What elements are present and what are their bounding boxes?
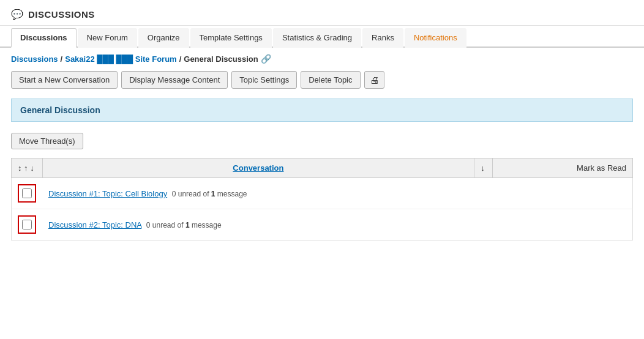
unread-text-1: 0 unread of 1 message [172,190,247,198]
printer-icon: 🖨 [370,75,379,85]
thread-link-2[interactable]: Discussion #2: Topic: DNA [48,220,141,229]
breadcrumb-sep2: / [179,54,182,64]
delete-topic-button[interactable]: Delete Topic [301,71,360,89]
col-sort2[interactable]: ↓ [474,158,493,178]
breadcrumb: Discussions / Sakai22 ███ ███ Site Forum… [0,48,644,67]
breadcrumb-sep1: / [61,54,63,64]
checkbox-cell-1 [12,178,43,209]
page-header: 💬 DISCUSSIONS [0,0,644,26]
discussions-icon: 💬 [11,9,23,20]
topic-settings-button[interactable]: Topic Settings [231,71,297,89]
tab-organize[interactable]: Organize [138,28,189,48]
mark-read-cell-2 [493,209,633,240]
tab-discussions[interactable]: Discussions [11,28,77,48]
breadcrumb-link-icon: 🔗 [261,54,271,64]
move-thread-area: Move Thread(s) [0,128,644,154]
tab-notifications[interactable]: Notifications [405,28,466,48]
tab-ranks[interactable]: Ranks [362,28,403,48]
mark-read-cell-1 [493,178,633,209]
unread-count-1: 1 [211,190,215,198]
sort-arrow-down: ↓ [481,163,485,173]
thread-cell-2: Discussion #2: Topic: DNA 0 unread of 1 … [42,209,493,240]
unread-count-2: 1 [185,221,190,229]
col-mark-read: Mark as Read [493,158,633,178]
thread-link-1[interactable]: Discussion #1: Topic: Cell Biology [48,189,167,198]
table-row: Discussion #1: Topic: Cell Biology 0 unr… [12,178,633,209]
start-new-conversation-button[interactable]: Start a New Conversation [11,71,118,89]
unread-text-2: 0 unread of 1 message [146,221,222,229]
table-row: Discussion #2: Topic: DNA 0 unread of 1 … [12,209,633,240]
col-sort-icons: ↕ ↑ ↓ [12,158,43,178]
checkbox-wrapper-2 [18,215,36,234]
thread-checkbox-1[interactable] [22,188,32,198]
page-title: DISCUSSIONS [28,9,95,20]
tab-new-forum[interactable]: New Forum [78,28,137,48]
topic-panel-title: General Discussion [12,99,632,121]
col-conversation[interactable]: Conversation [42,158,474,178]
breadcrumb-site-forum[interactable]: Sakai22 ███ ███ Site Forum [65,54,176,64]
tab-statistics-grading[interactable]: Statistics & Grading [273,28,361,48]
tabs-bar: Discussions New Forum Organize Template … [0,28,644,48]
thread-cell-1: Discussion #1: Topic: Cell Biology 0 unr… [42,178,493,209]
move-thread-button[interactable]: Move Thread(s) [11,133,83,149]
breadcrumb-current: General Discussion [184,54,258,64]
tab-template-settings[interactable]: Template Settings [190,28,272,48]
thread-table: ↕ ↑ ↓ Conversation ↓ Mark as Read Discus… [11,158,633,240]
topic-panel: General Discussion [11,99,633,122]
display-message-content-button[interactable]: Display Message Content [121,71,228,89]
action-buttons-bar: Start a New Conversation Display Message… [0,67,644,95]
checkbox-cell-2 [12,209,43,240]
breadcrumb-discussions[interactable]: Discussions [11,54,58,64]
thread-checkbox-2[interactable] [22,220,32,229]
sort-arrows: ↕ ↑ ↓ [18,163,34,173]
checkbox-wrapper-1 [18,184,36,203]
print-button[interactable]: 🖨 [364,71,384,89]
